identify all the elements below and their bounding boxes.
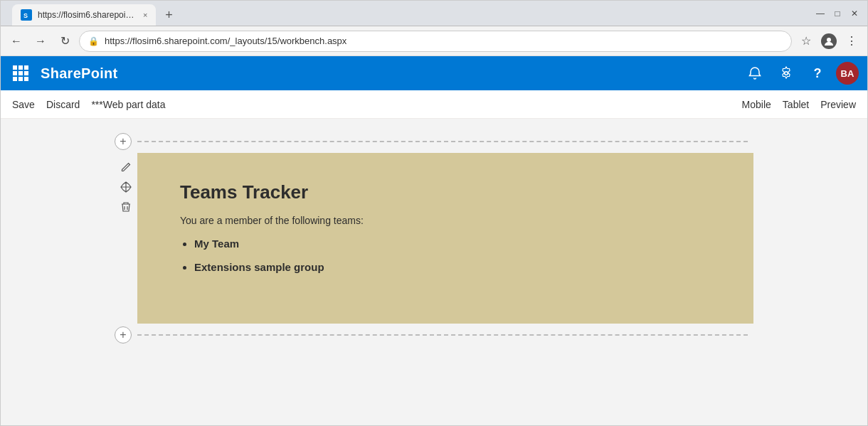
list-item: Extensions sample group <box>194 261 711 273</box>
sharepoint-title: SharePoint <box>41 65 118 82</box>
delete-webpart-button[interactable] <box>117 198 134 215</box>
notifications-button[interactable] <box>742 60 768 86</box>
move-webpart-button[interactable] <box>117 179 134 196</box>
svg-text:S: S <box>23 12 28 19</box>
back-button[interactable]: ← <box>6 31 26 51</box>
webpart-actions-panel <box>115 153 137 324</box>
active-tab[interactable]: S https://flosim6.sharepoint.com/... × <box>12 4 156 26</box>
preview-button[interactable]: Preview <box>820 96 856 113</box>
teams-tracker-title: Teams Tracker <box>180 181 711 203</box>
tablet-button[interactable]: Tablet <box>783 96 809 113</box>
add-section-top-button[interactable]: + <box>115 133 132 150</box>
topbar-right-actions: ? BA <box>742 60 859 86</box>
bottom-add-section-row: + <box>115 326 753 344</box>
tab-title-text: https://flosim6.sharepoint.com/... <box>38 10 137 20</box>
top-add-section-row: + <box>115 133 753 150</box>
add-section-top-icon: + <box>120 135 126 148</box>
edit-toolbar: Save Discard ***Web part data Mobile Tab… <box>1 90 867 119</box>
list-item: My Team <box>194 238 711 250</box>
help-button[interactable]: ? <box>805 60 830 86</box>
waffle-grid-icon <box>13 65 28 81</box>
webpart-data-label: ***Web part data <box>91 99 165 110</box>
tab-close-btn[interactable]: × <box>143 11 147 19</box>
webpart-container: Teams Tracker You are a member of the fo… <box>115 153 753 324</box>
refresh-button[interactable]: ↻ <box>55 31 75 51</box>
forward-button[interactable]: → <box>31 31 51 51</box>
add-section-bottom-icon: + <box>120 329 126 341</box>
user-avatar[interactable]: BA <box>836 62 859 85</box>
tab-bar: S https://flosim6.sharepoint.com/... × + <box>6 1 184 26</box>
minimize-button[interactable]: — <box>813 6 827 21</box>
save-button[interactable]: Save <box>12 96 35 113</box>
discard-button[interactable]: Discard <box>46 96 80 113</box>
waffle-button[interactable] <box>9 62 32 85</box>
browser-menu-button[interactable]: ⋮ <box>842 31 862 51</box>
new-tab-button[interactable]: + <box>159 6 179 26</box>
teams-tracker-subtitle: You are a member of the following teams: <box>180 215 711 226</box>
browser-actions: ☆ ⋮ <box>796 31 862 51</box>
close-window-button[interactable]: ✕ <box>847 6 862 21</box>
sharepoint-topbar: SharePoint ? BA <box>1 56 867 90</box>
star-button[interactable]: ☆ <box>796 31 816 51</box>
address-bar-row: ← → ↻ 🔒 https://flosim6.sharepoint.com/_… <box>1 26 867 56</box>
svg-point-2 <box>827 38 831 42</box>
tab-favicon: S <box>21 9 32 21</box>
help-icon: ? <box>814 66 822 81</box>
top-section-divider <box>137 141 748 142</box>
add-section-bottom-button[interactable]: + <box>115 326 132 344</box>
title-bar: S https://flosim6.sharepoint.com/... × +… <box>1 1 867 26</box>
avatar-initials: BA <box>841 68 854 79</box>
sharepoint-canvas: + <box>1 119 867 425</box>
edit-webpart-button[interactable] <box>117 159 134 176</box>
maximize-button[interactable]: □ <box>830 6 845 21</box>
address-box[interactable]: 🔒 https://flosim6.sharepoint.com/_layout… <box>79 31 792 52</box>
profile-button[interactable] <box>819 31 839 51</box>
toolbar-right: Mobile Tablet Preview <box>742 96 856 113</box>
window-controls: — □ ✕ <box>813 6 862 21</box>
mobile-button[interactable]: Mobile <box>742 96 771 113</box>
teams-list: My Team Extensions sample group <box>180 238 711 273</box>
settings-button[interactable] <box>773 60 799 86</box>
bottom-section-divider <box>137 334 748 336</box>
teams-tracker-webpart: Teams Tracker You are a member of the fo… <box>137 153 753 324</box>
address-text: https://flosim6.sharepoint.com/_layouts/… <box>105 36 783 46</box>
lock-icon: 🔒 <box>88 36 99 46</box>
